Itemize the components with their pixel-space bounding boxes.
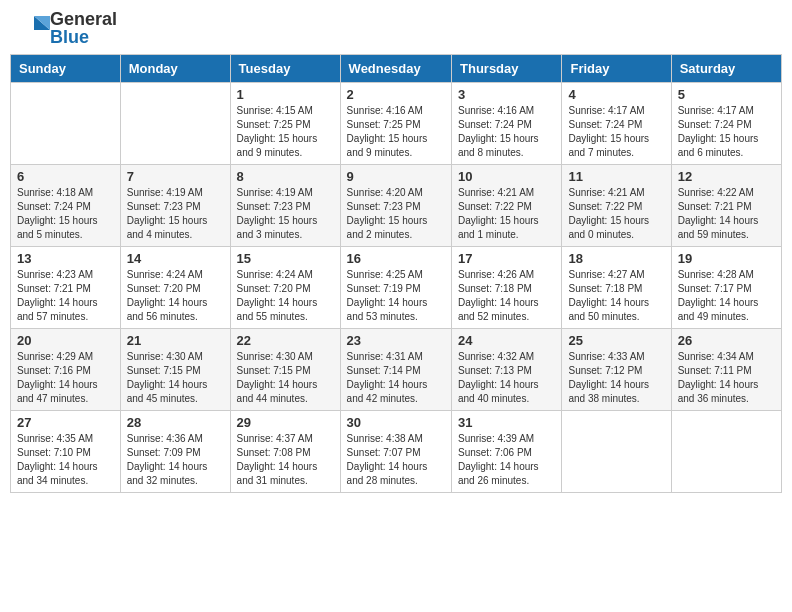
day-number: 18	[568, 251, 664, 266]
day-number: 6	[17, 169, 114, 184]
day-number: 19	[678, 251, 775, 266]
day-info: Sunrise: 4:17 AM Sunset: 7:24 PM Dayligh…	[568, 104, 664, 160]
day-info: Sunrise: 4:17 AM Sunset: 7:24 PM Dayligh…	[678, 104, 775, 160]
calendar-cell: 10Sunrise: 4:21 AM Sunset: 7:22 PM Dayli…	[452, 165, 562, 247]
day-info: Sunrise: 4:38 AM Sunset: 7:07 PM Dayligh…	[347, 432, 445, 488]
day-number: 29	[237, 415, 334, 430]
weekday-header-saturday: Saturday	[671, 55, 781, 83]
calendar-cell: 13Sunrise: 4:23 AM Sunset: 7:21 PM Dayli…	[11, 247, 121, 329]
week-row-3: 13Sunrise: 4:23 AM Sunset: 7:21 PM Dayli…	[11, 247, 782, 329]
calendar-cell: 4Sunrise: 4:17 AM Sunset: 7:24 PM Daylig…	[562, 83, 671, 165]
day-info: Sunrise: 4:36 AM Sunset: 7:09 PM Dayligh…	[127, 432, 224, 488]
day-number: 5	[678, 87, 775, 102]
day-number: 13	[17, 251, 114, 266]
calendar-cell: 20Sunrise: 4:29 AM Sunset: 7:16 PM Dayli…	[11, 329, 121, 411]
calendar-cell: 3Sunrise: 4:16 AM Sunset: 7:24 PM Daylig…	[452, 83, 562, 165]
day-number: 8	[237, 169, 334, 184]
day-number: 21	[127, 333, 224, 348]
day-number: 3	[458, 87, 555, 102]
calendar-cell: 12Sunrise: 4:22 AM Sunset: 7:21 PM Dayli…	[671, 165, 781, 247]
day-number: 15	[237, 251, 334, 266]
calendar-cell: 2Sunrise: 4:16 AM Sunset: 7:25 PM Daylig…	[340, 83, 451, 165]
day-number: 4	[568, 87, 664, 102]
day-number: 12	[678, 169, 775, 184]
day-info: Sunrise: 4:39 AM Sunset: 7:06 PM Dayligh…	[458, 432, 555, 488]
day-number: 2	[347, 87, 445, 102]
calendar-cell: 15Sunrise: 4:24 AM Sunset: 7:20 PM Dayli…	[230, 247, 340, 329]
day-number: 30	[347, 415, 445, 430]
calendar-cell	[562, 411, 671, 493]
calendar-cell: 25Sunrise: 4:33 AM Sunset: 7:12 PM Dayli…	[562, 329, 671, 411]
weekday-header-thursday: Thursday	[452, 55, 562, 83]
calendar-cell: 31Sunrise: 4:39 AM Sunset: 7:06 PM Dayli…	[452, 411, 562, 493]
day-info: Sunrise: 4:24 AM Sunset: 7:20 PM Dayligh…	[237, 268, 334, 324]
calendar-table: SundayMondayTuesdayWednesdayThursdayFrid…	[10, 54, 782, 493]
calendar-cell	[11, 83, 121, 165]
calendar-cell: 17Sunrise: 4:26 AM Sunset: 7:18 PM Dayli…	[452, 247, 562, 329]
calendar-cell: 27Sunrise: 4:35 AM Sunset: 7:10 PM Dayli…	[11, 411, 121, 493]
day-number: 11	[568, 169, 664, 184]
day-number: 7	[127, 169, 224, 184]
day-number: 1	[237, 87, 334, 102]
calendar-cell: 29Sunrise: 4:37 AM Sunset: 7:08 PM Dayli…	[230, 411, 340, 493]
day-info: Sunrise: 4:30 AM Sunset: 7:15 PM Dayligh…	[237, 350, 334, 406]
weekday-header-wednesday: Wednesday	[340, 55, 451, 83]
day-info: Sunrise: 4:24 AM Sunset: 7:20 PM Dayligh…	[127, 268, 224, 324]
day-info: Sunrise: 4:34 AM Sunset: 7:11 PM Dayligh…	[678, 350, 775, 406]
calendar-cell: 14Sunrise: 4:24 AM Sunset: 7:20 PM Dayli…	[120, 247, 230, 329]
calendar-cell: 9Sunrise: 4:20 AM Sunset: 7:23 PM Daylig…	[340, 165, 451, 247]
calendar-cell: 26Sunrise: 4:34 AM Sunset: 7:11 PM Dayli…	[671, 329, 781, 411]
day-info: Sunrise: 4:20 AM Sunset: 7:23 PM Dayligh…	[347, 186, 445, 242]
day-info: Sunrise: 4:29 AM Sunset: 7:16 PM Dayligh…	[17, 350, 114, 406]
day-info: Sunrise: 4:22 AM Sunset: 7:21 PM Dayligh…	[678, 186, 775, 242]
week-row-1: 1Sunrise: 4:15 AM Sunset: 7:25 PM Daylig…	[11, 83, 782, 165]
day-number: 17	[458, 251, 555, 266]
calendar-cell: 8Sunrise: 4:19 AM Sunset: 7:23 PM Daylig…	[230, 165, 340, 247]
page-header: General Blue	[10, 10, 782, 46]
day-info: Sunrise: 4:23 AM Sunset: 7:21 PM Dayligh…	[17, 268, 114, 324]
day-info: Sunrise: 4:21 AM Sunset: 7:22 PM Dayligh…	[568, 186, 664, 242]
day-info: Sunrise: 4:21 AM Sunset: 7:22 PM Dayligh…	[458, 186, 555, 242]
day-info: Sunrise: 4:19 AM Sunset: 7:23 PM Dayligh…	[237, 186, 334, 242]
calendar-cell	[671, 411, 781, 493]
day-info: Sunrise: 4:25 AM Sunset: 7:19 PM Dayligh…	[347, 268, 445, 324]
calendar-cell: 6Sunrise: 4:18 AM Sunset: 7:24 PM Daylig…	[11, 165, 121, 247]
logo-icon	[14, 10, 50, 46]
day-info: Sunrise: 4:31 AM Sunset: 7:14 PM Dayligh…	[347, 350, 445, 406]
day-info: Sunrise: 4:32 AM Sunset: 7:13 PM Dayligh…	[458, 350, 555, 406]
day-number: 9	[347, 169, 445, 184]
calendar-cell: 23Sunrise: 4:31 AM Sunset: 7:14 PM Dayli…	[340, 329, 451, 411]
calendar-cell: 18Sunrise: 4:27 AM Sunset: 7:18 PM Dayli…	[562, 247, 671, 329]
day-info: Sunrise: 4:30 AM Sunset: 7:15 PM Dayligh…	[127, 350, 224, 406]
day-number: 10	[458, 169, 555, 184]
day-number: 20	[17, 333, 114, 348]
calendar-cell: 28Sunrise: 4:36 AM Sunset: 7:09 PM Dayli…	[120, 411, 230, 493]
week-row-5: 27Sunrise: 4:35 AM Sunset: 7:10 PM Dayli…	[11, 411, 782, 493]
calendar-cell: 16Sunrise: 4:25 AM Sunset: 7:19 PM Dayli…	[340, 247, 451, 329]
calendar-cell: 1Sunrise: 4:15 AM Sunset: 7:25 PM Daylig…	[230, 83, 340, 165]
calendar-cell: 22Sunrise: 4:30 AM Sunset: 7:15 PM Dayli…	[230, 329, 340, 411]
day-info: Sunrise: 4:28 AM Sunset: 7:17 PM Dayligh…	[678, 268, 775, 324]
calendar-cell: 21Sunrise: 4:30 AM Sunset: 7:15 PM Dayli…	[120, 329, 230, 411]
calendar-cell: 11Sunrise: 4:21 AM Sunset: 7:22 PM Dayli…	[562, 165, 671, 247]
week-row-4: 20Sunrise: 4:29 AM Sunset: 7:16 PM Dayli…	[11, 329, 782, 411]
weekday-header-tuesday: Tuesday	[230, 55, 340, 83]
weekday-header-sunday: Sunday	[11, 55, 121, 83]
week-row-2: 6Sunrise: 4:18 AM Sunset: 7:24 PM Daylig…	[11, 165, 782, 247]
day-info: Sunrise: 4:16 AM Sunset: 7:24 PM Dayligh…	[458, 104, 555, 160]
day-info: Sunrise: 4:27 AM Sunset: 7:18 PM Dayligh…	[568, 268, 664, 324]
calendar-cell: 19Sunrise: 4:28 AM Sunset: 7:17 PM Dayli…	[671, 247, 781, 329]
day-number: 22	[237, 333, 334, 348]
logo: General Blue	[14, 10, 117, 46]
logo-general: General	[50, 10, 117, 28]
day-info: Sunrise: 4:19 AM Sunset: 7:23 PM Dayligh…	[127, 186, 224, 242]
day-info: Sunrise: 4:16 AM Sunset: 7:25 PM Dayligh…	[347, 104, 445, 160]
day-info: Sunrise: 4:18 AM Sunset: 7:24 PM Dayligh…	[17, 186, 114, 242]
day-info: Sunrise: 4:33 AM Sunset: 7:12 PM Dayligh…	[568, 350, 664, 406]
day-info: Sunrise: 4:35 AM Sunset: 7:10 PM Dayligh…	[17, 432, 114, 488]
weekday-header-monday: Monday	[120, 55, 230, 83]
day-number: 14	[127, 251, 224, 266]
day-number: 31	[458, 415, 555, 430]
day-info: Sunrise: 4:15 AM Sunset: 7:25 PM Dayligh…	[237, 104, 334, 160]
calendar-cell: 30Sunrise: 4:38 AM Sunset: 7:07 PM Dayli…	[340, 411, 451, 493]
